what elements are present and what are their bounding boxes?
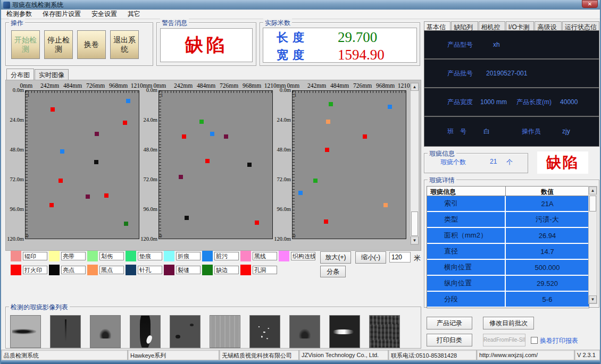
y-tick-label: 120.0m <box>7 236 24 242</box>
legend-swatch <box>202 265 213 275</box>
defect-thumbnail[interactable] <box>249 315 280 348</box>
plot-origin-label: 0 <box>293 233 296 239</box>
defect-thumbnail[interactable] <box>130 315 161 348</box>
defect-point[interactable] <box>94 160 98 164</box>
product-width-value: 1000 mm <box>480 98 507 106</box>
close-icon: ✕ <box>588 1 592 7</box>
meter-input[interactable] <box>389 252 411 263</box>
table-row[interactable]: 分段5-6 <box>427 292 589 308</box>
op-button[interactable]: 停止检测 <box>44 30 73 59</box>
defect-point[interactable] <box>325 148 329 152</box>
window-title: 瑕疵在线检测系统 <box>12 1 63 10</box>
close-button[interactable]: ✕ <box>582 0 598 8</box>
meters-group: 实际米数 长度 29.700 宽度 1594.90 <box>260 22 420 66</box>
table-scroll-thumb[interactable] <box>589 196 596 211</box>
defect-point[interactable] <box>199 120 204 124</box>
y-tick-label: 24.0m <box>143 117 157 123</box>
defect-thumbnail[interactable] <box>369 315 400 348</box>
defect-point[interactable] <box>95 132 99 136</box>
read-from-file-button[interactable]: ReadFromFile-SIM <box>483 334 525 346</box>
defect-point[interactable] <box>298 191 303 195</box>
defect-point[interactable] <box>205 159 210 163</box>
table-cell-value: 5-6 <box>506 292 589 307</box>
legend-item: 垫痕 <box>126 251 164 261</box>
defect-point[interactable] <box>51 107 55 112</box>
legend-item: 黑点 <box>87 265 126 275</box>
defect-thumbnail[interactable] <box>50 315 81 348</box>
table-row[interactable]: 直径14.7 <box>427 244 589 260</box>
split-button[interactable]: 分条 <box>320 266 346 277</box>
plot-origin-label: 0 <box>26 233 29 239</box>
op-button[interactable]: 开始检测 <box>11 30 40 59</box>
legend-swatch <box>49 265 60 275</box>
product-model-label: 产品型号 <box>447 40 473 49</box>
defect-point[interactable] <box>182 134 186 139</box>
zoom-out-button[interactable]: 缩小(-) <box>355 251 386 264</box>
table-row[interactable]: 类型污渍-大 <box>427 212 589 228</box>
info-row-model: 产品型号 xh <box>424 31 599 60</box>
table-row[interactable]: 纵向位置29.520 <box>427 276 589 292</box>
defect-thumbnail[interactable] <box>90 315 121 348</box>
defect-point[interactable] <box>124 222 128 226</box>
table-scrollbar[interactable]: ▲ ▼ <box>588 186 597 304</box>
defect-point[interactable] <box>86 194 90 199</box>
scroll-down-icon[interactable]: ▼ <box>411 236 419 244</box>
defect-point[interactable] <box>329 102 333 106</box>
defect-point[interactable] <box>210 132 214 136</box>
defect-thumbnail[interactable] <box>329 315 360 348</box>
defect-thumbnail[interactable] <box>289 315 320 348</box>
legend-item: 孔洞 <box>240 265 279 275</box>
table-row[interactable]: 索引21A <box>427 196 589 212</box>
defect-point[interactable] <box>255 221 259 225</box>
table-row[interactable]: 面积（mm2）26.94 <box>427 228 589 244</box>
defect-point[interactable] <box>383 203 388 207</box>
defect-thumbnail[interactable] <box>170 315 201 348</box>
defect-thumbnail[interactable] <box>10 315 41 348</box>
defect-point[interactable] <box>59 179 63 183</box>
y-tick-label: 0.0m <box>146 87 157 93</box>
axis-ticks-left <box>26 91 28 239</box>
zoom-in-button[interactable]: 放大(+) <box>320 251 351 264</box>
plot-scrollbar[interactable]: ▲ ▼ <box>410 82 419 245</box>
modify-batch-button[interactable]: 修改目前批次 <box>483 317 534 329</box>
print-on-rollchange-checkbox[interactable] <box>531 337 538 344</box>
title-bar: 瑕疵在线检测系统 ✕ <box>1 0 600 10</box>
defect-point[interactable] <box>179 175 183 179</box>
defect-point[interactable] <box>104 193 108 198</box>
menu-item[interactable]: 其它 <box>122 10 146 19</box>
menu-item[interactable]: 检测参数 <box>1 10 37 19</box>
table-scroll-down-icon[interactable]: ▼ <box>589 295 597 303</box>
print-classify-button[interactable]: 打印归类 <box>427 334 472 346</box>
defect-point[interactable] <box>247 163 252 167</box>
table-scroll-up-icon[interactable]: ▲ <box>589 187 597 194</box>
defect-point[interactable] <box>126 99 130 103</box>
defect-point[interactable] <box>324 219 328 224</box>
defect-point[interactable] <box>363 134 367 139</box>
defect-point[interactable] <box>49 203 54 207</box>
y-tick-label: 24.0m <box>10 117 24 123</box>
defect-point[interactable] <box>388 105 392 109</box>
op-button[interactable]: 退出系统 <box>110 30 139 59</box>
product-record-button[interactable]: 产品记录 <box>427 317 472 329</box>
header-value: 数值 <box>506 187 589 196</box>
defect-point[interactable] <box>224 134 228 139</box>
x-tick-label: 968mm <box>109 82 128 89</box>
defect-point[interactable] <box>185 216 189 220</box>
defect-point[interactable] <box>326 120 330 124</box>
meters-group-title: 实际米数 <box>263 19 292 28</box>
y-tick-label: 96.0m <box>10 206 24 212</box>
meter-unit-label: 米 <box>414 253 421 263</box>
defect-point[interactable] <box>313 179 318 183</box>
plot-scroll-thumb[interactable] <box>411 211 418 236</box>
menu-item[interactable]: 安全设置 <box>86 10 122 19</box>
defect-thumbnail[interactable] <box>210 315 240 348</box>
defect-table-body: 索引21A类型污渍-大面积（mm2）26.94直径14.7横向位置500.000… <box>427 196 589 308</box>
scroll-up-icon[interactable]: ▲ <box>411 83 419 91</box>
legend-item: 黑线 <box>240 251 279 261</box>
menu-item[interactable]: 保存图片设置 <box>37 10 86 19</box>
defect-point[interactable] <box>123 121 127 125</box>
op-button[interactable]: 换卷 <box>77 30 106 59</box>
defect-point[interactable] <box>60 149 64 154</box>
status-segment: http://www.wxjzsj.com/ <box>477 350 574 360</box>
table-row[interactable]: 横向位置500.000 <box>427 260 589 276</box>
